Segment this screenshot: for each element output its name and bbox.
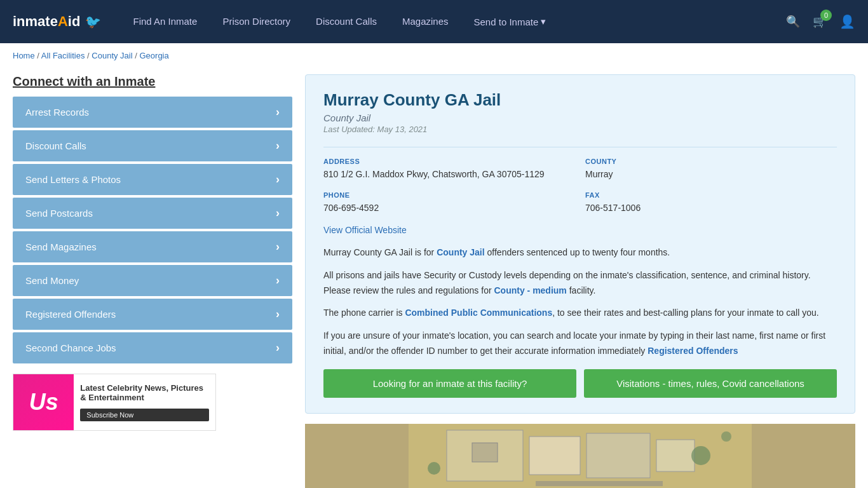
main-nav: Find An Inmate Prison Directory Discount… [133,16,767,27]
content-area: Murray County GA Jail County Jail Last U… [305,74,855,488]
nav-send-to-inmate[interactable]: Send to Inmate ▾ [474,16,546,27]
facility-aerial-image [305,424,855,488]
sidebar-item-arrest-records[interactable]: Arrest Records › [13,97,292,128]
facility-description: Murray County GA Jail is for County Jail… [323,245,837,359]
official-website-link[interactable]: View Official Website [323,225,407,235]
visitation-button[interactable]: Visitations - times, rules, Covid cancel… [584,369,837,398]
phone-value: 706-695-4592 [323,201,575,215]
looking-for-inmate-button[interactable]: Looking for an inmate at this facility? [323,369,576,398]
arrow-icon: › [276,308,280,321]
sidebar-item-send-postcards[interactable]: Send Postcards › [13,198,292,229]
facility-details: ADDRESS 810 1/2 G.I. Maddox Pkwy, Chatsw… [323,147,837,215]
breadcrumb-georgia[interactable]: Georgia [139,51,168,60]
breadcrumb-county-jail[interactable]: County Jail [92,51,132,60]
arrow-icon: › [276,207,280,220]
county-medium-link[interactable]: County - medium [494,285,566,295]
ad-banner[interactable]: Us Latest Celebrity News, Pictures & Ent… [13,374,216,431]
breadcrumb-home[interactable]: Home [13,51,35,60]
county-block: COUNTY Murray [585,158,837,181]
nav-discount-calls[interactable]: Discount Calls [316,16,377,27]
arrow-icon: › [276,274,280,287]
sidebar-item-discount-calls[interactable]: Discount Calls › [13,130,292,161]
header-actions: 🔍 🛒 0 👤 [786,14,855,29]
svg-rect-5 [472,443,498,462]
svg-rect-3 [587,433,650,478]
phone-block: PHONE 706-695-4592 [323,191,575,215]
arrow-icon: › [276,105,280,119]
sidebar-item-registered-offenders[interactable]: Registered Offenders › [13,299,292,330]
fax-label: FAX [585,191,837,199]
nav-prison-directory[interactable]: Prison Directory [222,16,290,27]
svg-point-8 [428,462,440,475]
address-block: ADDRESS 810 1/2 G.I. Maddox Pkwy, Chatsw… [323,158,575,181]
user-icon[interactable]: 👤 [839,14,855,29]
nav-find-inmate[interactable]: Find An Inmate [133,16,197,27]
sidebar-item-send-money[interactable]: Send Money › [13,265,292,296]
main-header: inmateAid 🐦 Find An Inmate Prison Direct… [0,0,868,43]
combined-public-link[interactable]: Combined Public Communications [405,308,552,318]
arrow-icon: › [276,341,280,355]
svg-rect-2 [529,437,580,475]
aerial-svg [305,424,855,488]
svg-point-9 [721,431,731,442]
official-website-section: View Official Website [323,225,837,235]
main-container: Connect with an Inmate Arrest Records › … [0,68,868,488]
desc-para-4: If you are unsure of your inmate's locat… [323,329,837,359]
cart-badge: 0 [820,10,832,21]
sidebar-item-second-chance-jobs[interactable]: Second Chance Jobs › [13,332,292,363]
breadcrumb-all-facilities[interactable]: All Facilities [41,51,85,60]
svg-rect-6 [536,481,663,486]
county-jail-link[interactable]: County Jail [437,247,484,257]
ad-logo-area: Us [13,374,74,430]
desc-para-1: Murray County GA Jail is for County Jail… [323,245,837,261]
nav-magazines[interactable]: Magazines [402,16,449,27]
county-label: COUNTY [585,158,837,165]
sidebar: Connect with an Inmate Arrest Records › … [13,74,292,488]
facility-name: Murray County GA Jail [323,90,837,110]
arrow-icon: › [276,139,280,152]
search-icon[interactable]: 🔍 [786,15,800,29]
logo[interactable]: inmateAid 🐦 [13,13,101,30]
arrow-icon: › [276,173,280,186]
desc-para-3: The phone carrier is Combined Public Com… [323,306,837,321]
fax-value: 706-517-1006 [585,201,837,215]
fax-block: FAX 706-517-1006 [585,191,837,215]
address-value: 810 1/2 G.I. Maddox Pkwy, Chatsworth, GA… [323,168,575,181]
county-value: Murray [585,168,837,181]
sidebar-menu: Arrest Records › Discount Calls › Send L… [13,97,292,363]
facility-type: County Jail [323,112,837,123]
ad-title: Latest Celebrity News, Pictures & Entert… [80,383,209,402]
breadcrumb: Home / All Facilities / County Jail / Ge… [0,43,868,68]
sidebar-item-send-letters[interactable]: Send Letters & Photos › [13,164,292,195]
cart-button[interactable]: 🛒 0 [813,15,827,29]
action-buttons: Looking for an inmate at this facility? … [323,369,837,398]
ad-content: Latest Celebrity News, Pictures & Entert… [74,374,215,430]
ad-logo: Us [29,389,58,416]
sidebar-item-send-magazines[interactable]: Send Magazines › [13,231,292,262]
svg-point-7 [691,446,710,465]
phone-label: PHONE [323,191,575,199]
svg-rect-4 [656,440,695,471]
desc-para-2: All prisons and jails have Security or C… [323,268,837,299]
registered-offenders-link[interactable]: Registered Offenders [648,346,738,356]
address-label: ADDRESS [323,158,575,165]
facility-updated: Last Updated: May 13, 2021 [323,125,837,134]
arrow-icon: › [276,240,280,254]
facility-card: Murray County GA Jail County Jail Last U… [305,74,855,414]
sidebar-title: Connect with an Inmate [13,74,292,89]
ad-subscribe-button[interactable]: Subscribe Now [80,409,209,421]
